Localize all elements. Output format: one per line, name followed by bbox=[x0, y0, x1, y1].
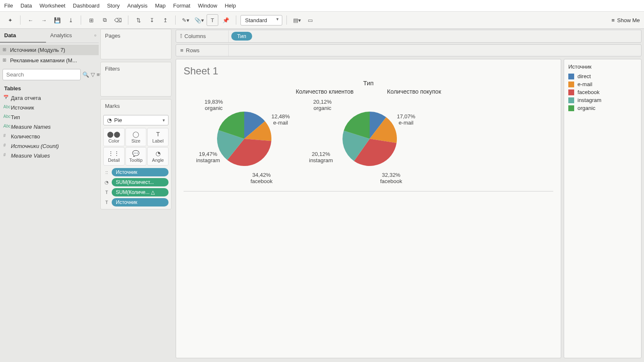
fit-selector[interactable]: Standard bbox=[240, 15, 282, 25]
pie-label: 34,42%facebook bbox=[250, 172, 273, 185]
worksheet-view[interactable]: Sheet 1 Тип Количество клиентов Количест… bbox=[176, 59, 561, 358]
cards-icon[interactable]: ▤▾ bbox=[291, 14, 303, 26]
mark-color[interactable]: ⬤⬤Color bbox=[103, 128, 125, 146]
sort-asc-icon[interactable]: ↧ bbox=[146, 14, 158, 26]
legend-item[interactable]: e-mail bbox=[568, 80, 637, 88]
tableau-logo-icon[interactable]: ✦ bbox=[4, 14, 16, 26]
marks-label: Marks bbox=[101, 99, 171, 112]
undo-icon[interactable]: ← bbox=[25, 14, 36, 26]
mark-detail[interactable]: ⋮⋮Detail bbox=[103, 147, 125, 166]
field-item[interactable]: AbcИсточник bbox=[0, 103, 99, 112]
legend-item[interactable]: direct bbox=[568, 72, 637, 80]
show-me-button[interactable]: ≡ Show Me bbox=[611, 17, 640, 23]
subheader-0: Количество клиентов bbox=[296, 88, 353, 95]
menu-format[interactable]: Format bbox=[173, 3, 190, 9]
field-item[interactable]: #Количество bbox=[0, 132, 99, 141]
mark-type-label: Pie bbox=[114, 117, 122, 123]
filters-shelf[interactable]: Filters bbox=[100, 62, 171, 97]
duplicate-icon[interactable]: ⧉ bbox=[99, 14, 110, 26]
labels-icon[interactable]: T bbox=[207, 14, 218, 26]
new-data-icon[interactable]: ⤓ bbox=[65, 14, 77, 26]
field-type-icon: Abc bbox=[3, 105, 10, 109]
menu-analysis[interactable]: Analysis bbox=[127, 3, 147, 9]
mark-size[interactable]: ◯Size bbox=[125, 128, 147, 146]
mark-pill[interactable]: Источник bbox=[112, 168, 169, 176]
field-item[interactable]: AbcMeasure Names bbox=[0, 122, 99, 132]
clear-icon[interactable]: ⌫ bbox=[112, 14, 124, 26]
datasource-item[interactable]: Рекламные кампании (М... bbox=[0, 55, 99, 66]
rows-label: Rows bbox=[186, 47, 200, 54]
mark-type-selector[interactable]: ◔ Pie bbox=[103, 115, 169, 125]
pie-label: 20,12%instagram bbox=[309, 151, 333, 164]
field-type-icon: # bbox=[3, 143, 6, 148]
field-label: Measure Names bbox=[11, 124, 51, 130]
menu-worksheet[interactable]: Worksheet bbox=[39, 3, 65, 9]
pie-label: 32,32%facebook bbox=[380, 172, 402, 185]
pie-icon: ◔ bbox=[107, 117, 112, 123]
tab-analytics[interactable]: Analytics bbox=[46, 29, 92, 43]
field-label: Тип bbox=[11, 114, 20, 120]
mark-pill[interactable]: SUM(Количе... △ bbox=[112, 188, 169, 196]
group-icon[interactable]: 📎▾ bbox=[193, 14, 205, 26]
mark-pill[interactable]: SUM(Количест... bbox=[112, 178, 169, 186]
menu-data[interactable]: Data bbox=[20, 3, 32, 9]
menu-file[interactable]: File bbox=[4, 3, 13, 9]
pie-label: 17,07%e-mail bbox=[397, 114, 415, 126]
legend-item[interactable]: organic bbox=[568, 104, 637, 112]
swap-icon[interactable]: ⇅ bbox=[133, 14, 144, 26]
pie-label: 19,47%instagram bbox=[196, 151, 220, 164]
mark-label[interactable]: TLabel bbox=[147, 128, 169, 146]
legend-label: instagram bbox=[578, 97, 601, 103]
datasource-item[interactable]: Источники (Модуль 7) bbox=[0, 45, 99, 55]
column-header: Тип bbox=[184, 79, 553, 87]
search-find-icon[interactable]: 🔍 bbox=[82, 71, 89, 78]
menu-help[interactable]: Help bbox=[225, 3, 236, 9]
search-input[interactable] bbox=[3, 69, 81, 80]
show-me-label: Show Me bbox=[617, 17, 640, 23]
mark-angle[interactable]: ◔Angle bbox=[147, 147, 169, 166]
legend-swatch bbox=[568, 97, 574, 103]
color-icon: ⬤⬤ bbox=[105, 131, 123, 138]
sort-desc-icon[interactable]: ↥ bbox=[159, 14, 171, 26]
field-item[interactable]: 📅Дата отчета bbox=[0, 93, 99, 103]
legend-item[interactable]: facebook bbox=[568, 88, 637, 96]
pie-chart[interactable]: 20,12%organic17,07%e-mail20,12%instagram… bbox=[322, 99, 422, 183]
legend-swatch bbox=[568, 89, 574, 95]
menu-map[interactable]: Map bbox=[155, 3, 166, 9]
pie-chart[interactable]: 19,83%organic12,48%e-mail19,47%instagram… bbox=[196, 99, 296, 183]
columns-pill[interactable]: Тип bbox=[231, 32, 252, 41]
field-item[interactable]: #Measure Values bbox=[0, 151, 99, 161]
mark-pill[interactable]: Источник bbox=[112, 198, 169, 206]
save-icon[interactable]: 💾 bbox=[51, 14, 63, 26]
legend-swatch bbox=[568, 74, 574, 79]
color-legend[interactable]: Источник directe-mailfacebookinstagramor… bbox=[564, 59, 641, 358]
rows-shelf[interactable]: ≡Rows bbox=[176, 44, 641, 56]
field-label: Measure Values bbox=[11, 153, 50, 159]
pin-icon[interactable]: 📌 bbox=[220, 14, 232, 26]
columns-icon: ⦙⦙ bbox=[180, 33, 182, 40]
tab-data[interactable]: Data bbox=[0, 29, 46, 43]
tooltip-icon: 💬 bbox=[127, 150, 146, 157]
legend-label: direct bbox=[578, 73, 591, 79]
menu-story[interactable]: Story bbox=[107, 3, 120, 9]
columns-shelf[interactable]: ⦙⦙Columns Тип bbox=[176, 30, 641, 43]
size-icon: ◯ bbox=[127, 131, 146, 138]
legend-swatch bbox=[568, 82, 574, 87]
pages-shelf[interactable]: Pages bbox=[100, 29, 171, 59]
data-pane: Data Analytics ▫ Источники (Модуль 7)Рек… bbox=[0, 29, 99, 361]
field-item[interactable]: #Источники (Count) bbox=[0, 141, 99, 151]
legend-item[interactable]: instagram bbox=[568, 96, 637, 104]
present-icon[interactable]: ▭ bbox=[304, 14, 316, 26]
highlight-icon[interactable]: ✎▾ bbox=[180, 14, 192, 26]
sheet-title[interactable]: Sheet 1 bbox=[184, 65, 553, 77]
pill-shelf-icon: :: bbox=[103, 170, 110, 175]
pane-menu-icon[interactable]: ▫ bbox=[92, 29, 99, 43]
redo-icon[interactable]: → bbox=[38, 14, 50, 26]
mark-tooltip[interactable]: 💬Tooltip bbox=[125, 147, 147, 166]
menu-window[interactable]: Window bbox=[198, 3, 217, 9]
new-sheet-icon[interactable]: ⊞ bbox=[85, 14, 97, 26]
menu-dashboard[interactable]: Dashboard bbox=[73, 3, 100, 9]
pie-label: 19,83%organic bbox=[204, 99, 223, 112]
field-item[interactable]: AbcТип bbox=[0, 112, 99, 122]
filter-icon[interactable]: ▽ bbox=[91, 71, 95, 78]
